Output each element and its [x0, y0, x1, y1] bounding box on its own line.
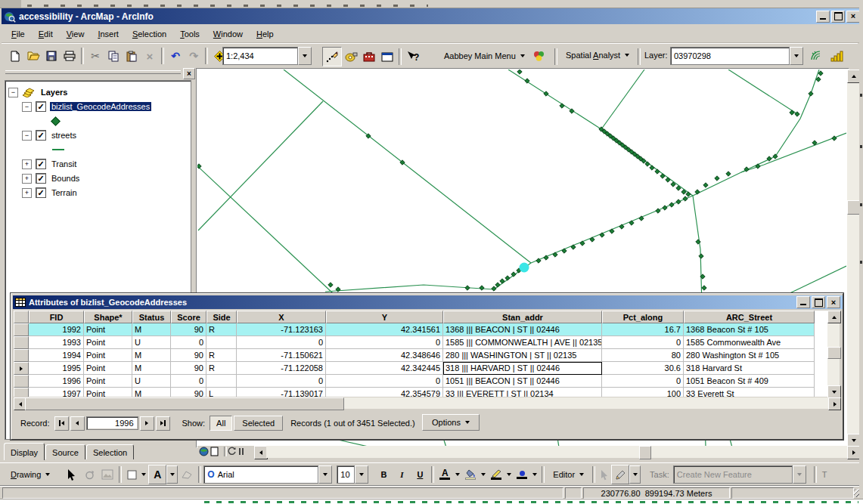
text-tool-button[interactable]: A — [148, 465, 166, 484]
table-row[interactable]: 1992PointM90R-71.12316342.3415611368 |||… — [14, 323, 827, 336]
print-button[interactable] — [61, 47, 79, 65]
command-window-button[interactable] — [378, 48, 396, 66]
layer-name-transit[interactable]: Transit — [50, 159, 78, 169]
geocoded-address-point[interactable] — [703, 183, 708, 187]
bold-button[interactable]: B — [374, 465, 393, 484]
table-cell[interactable]: 318 Harvard St — [684, 362, 815, 375]
tab-display[interactable]: Display — [4, 443, 45, 460]
table-cell[interactable]: 30.6 — [602, 362, 684, 375]
table-vscroll-thumb[interactable] — [827, 347, 841, 359]
select-elements-button[interactable] — [62, 465, 80, 484]
column-header-shape[interactable]: Shape* — [84, 311, 132, 323]
geocoded-address-point[interactable] — [571, 245, 576, 249]
layer-visibility-checkbox[interactable]: ✓ — [36, 159, 46, 169]
table-scroll-up-button[interactable] — [827, 311, 841, 323]
layer-name-streets[interactable]: streets — [50, 131, 78, 140]
table-cell[interactable]: Point — [84, 388, 132, 397]
table-cell[interactable]: 42.341561 — [326, 323, 443, 336]
table-cell[interactable]: 33 Everett St — [684, 388, 815, 397]
line-symbol[interactable] — [52, 149, 64, 150]
table-cell[interactable]: 0 — [602, 336, 684, 349]
shape-tool-button[interactable] — [124, 465, 139, 484]
table-cell[interactable]: 0 — [326, 375, 443, 388]
table-cell[interactable]: M — [132, 323, 171, 336]
map-scale-dropdown[interactable] — [298, 47, 312, 65]
column-header-stanaddr[interactable]: Stan_addr — [443, 311, 602, 323]
whats-this-help-button[interactable]: ? — [404, 48, 422, 66]
table-cell[interactable]: 0 — [171, 375, 206, 388]
geocoded-address-point[interactable] — [660, 174, 665, 178]
zoom-to-selected-button[interactable] — [98, 465, 116, 484]
table-row[interactable]: 1996PointU0001051 ||| BEACON | ST || 024… — [14, 375, 827, 388]
map-vscrollbar[interactable] — [847, 70, 859, 446]
table-row[interactable]: 1993PointU0001585 ||| COMMONWEALTH | AVE… — [14, 336, 827, 349]
table-cell[interactable]: U — [132, 375, 171, 388]
font-name-dropdown[interactable] — [318, 465, 332, 484]
table-vscrollbar[interactable] — [827, 311, 840, 397]
toc-grab-bar[interactable] — [5, 70, 181, 74]
table-cell[interactable]: 1051 ||| BEACON | ST || 02446 — [443, 375, 602, 388]
table-row[interactable]: 1994PointM90R-71.15062142.348646280 ||| … — [14, 349, 827, 362]
column-header-side[interactable]: Side — [206, 311, 237, 323]
column-header-status[interactable]: Status — [132, 311, 171, 323]
table-cell[interactable]: 42.342445 — [326, 362, 443, 375]
paste-button[interactable] — [123, 47, 141, 65]
geocoded-address-point[interactable] — [663, 206, 667, 210]
table-cell[interactable]: M — [132, 388, 171, 397]
underline-button[interactable]: U — [411, 465, 429, 484]
attribute-table-titlebar[interactable]: Attributes of bizlist_GeocodeAddresses × — [13, 295, 843, 309]
table-cell[interactable]: L — [206, 388, 237, 397]
table-scroll-down-button[interactable] — [827, 385, 841, 398]
refresh-view-button[interactable] — [227, 447, 237, 456]
toc-root-label[interactable]: Layers — [39, 88, 69, 97]
geocoded-address-point[interactable] — [197, 164, 201, 169]
line-color-dropdown[interactable] — [504, 466, 514, 483]
redo-button[interactable]: ↷ — [185, 47, 203, 65]
layer-visibility-checkbox[interactable]: ✓ — [36, 101, 46, 112]
table-cell[interactable] — [206, 336, 237, 349]
table-cell[interactable]: Point — [84, 323, 132, 336]
drawing-menu-button[interactable]: Drawing — [5, 466, 56, 483]
table-cell[interactable]: -71.123163 — [237, 323, 326, 336]
table-cell[interactable]: 16.7 — [602, 323, 684, 336]
edit-tool-button[interactable] — [598, 465, 611, 484]
marker-color-button[interactable] — [514, 465, 530, 484]
delete-button[interactable]: × — [141, 47, 159, 65]
copy-button[interactable] — [104, 47, 123, 65]
table-cell[interactable] — [206, 375, 237, 388]
layer-name-bizlist_geocodeaddresses[interactable]: bizlist_GeocodeAddresses — [50, 102, 151, 111]
marker-color-dropdown[interactable] — [530, 466, 539, 483]
layer-visibility-checkbox[interactable]: ✓ — [36, 187, 46, 198]
menu-help[interactable]: Help — [250, 27, 281, 41]
table-cell[interactable]: 1585 ||| COMMONWEALTH | AVE || 02135 — [443, 336, 602, 349]
geocoded-address-point[interactable] — [715, 176, 719, 181]
fill-color-dropdown[interactable] — [479, 466, 488, 483]
table-cell[interactable]: -71.139017 — [237, 388, 326, 397]
table-cell[interactable]: M — [132, 349, 171, 362]
geocoded-address-point[interactable] — [650, 165, 654, 170]
edit-vertices-button[interactable] — [178, 465, 196, 484]
geocoded-address-point[interactable] — [610, 229, 614, 233]
geocoded-address-point[interactable] — [492, 286, 496, 291]
geocoded-address-point[interactable] — [580, 241, 585, 246]
first-record-button[interactable] — [54, 416, 69, 431]
row-selector[interactable] — [14, 349, 29, 362]
table-close-button[interactable]: × — [827, 296, 840, 308]
table-cell[interactable]: 42.348646 — [326, 349, 443, 362]
geocoded-address-point[interactable] — [699, 254, 703, 258]
geocoded-address-point[interactable] — [669, 203, 674, 207]
point-symbol[interactable] — [51, 116, 61, 126]
table-cell[interactable]: 0 — [237, 336, 326, 349]
column-header-y[interactable]: Y — [326, 311, 443, 323]
text-tool-dropdown[interactable] — [166, 465, 178, 484]
geocoded-address-point[interactable] — [676, 199, 681, 204]
aabbey-tools-icon[interactable] — [529, 47, 548, 65]
row-selector[interactable] — [14, 336, 29, 349]
table-cell[interactable]: 318 ||| HARVARD | ST || 02446 — [443, 362, 602, 375]
record-number-field[interactable]: 1996 — [86, 416, 138, 430]
show-all-button[interactable]: All — [210, 416, 232, 431]
menu-edit[interactable]: Edit — [32, 27, 60, 41]
table-cell[interactable]: 1994 — [29, 349, 84, 362]
sketch-pencil-dropdown[interactable] — [629, 465, 641, 484]
column-header-score[interactable]: Score — [171, 311, 206, 323]
